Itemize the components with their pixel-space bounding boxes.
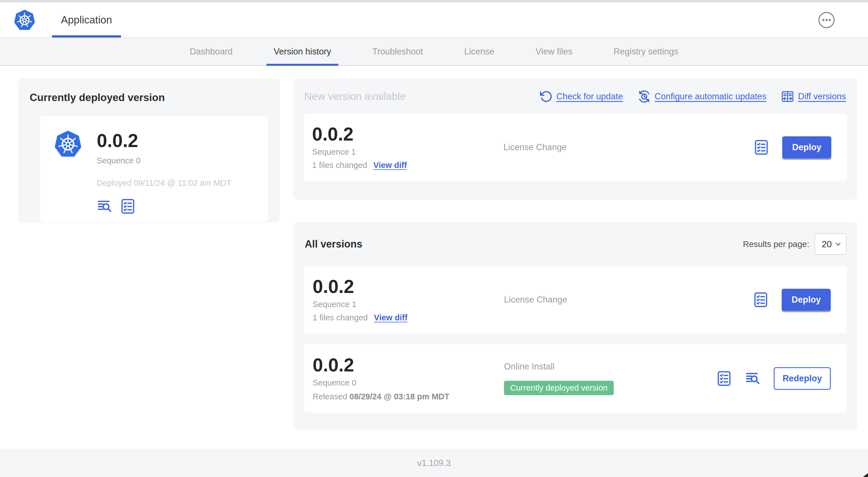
version-actions: Redeploy	[716, 367, 831, 390]
kubernetes-logo-icon	[13, 9, 36, 31]
right-column: New version available Check for update C…	[293, 78, 857, 429]
diff-icon	[781, 90, 794, 103]
version-row-sequence-0: 0.0.2 Sequence 0 Released 08/29/24 @ 03:…	[304, 344, 846, 413]
results-per-page-select[interactable]: 20	[814, 233, 846, 255]
app-footer: v1.109.3	[0, 449, 868, 477]
version-number: 0.0.2	[312, 125, 503, 143]
preflight-results-button[interactable]	[753, 140, 769, 155]
configure-automatic-updates-label[interactable]: Configure automatic updates	[655, 91, 767, 101]
tab-license[interactable]: License	[464, 38, 494, 65]
files-changed-label: 1 files changed	[312, 160, 367, 170]
current-sequence: Sequence 0	[97, 156, 231, 166]
clock-refresh-icon	[638, 90, 651, 103]
all-versions-title: All versions	[305, 238, 362, 250]
currently-deployed-card: 0.0.2 Sequence 0 Deployed 09/11/24 @ 11:…	[40, 116, 268, 222]
update-links: Check for update Configure automatic upd…	[539, 90, 846, 103]
preflight-checklist-icon	[753, 292, 769, 308]
release-notes: Online Install	[504, 362, 716, 372]
version-number: 0.0.2	[313, 356, 504, 374]
deploy-button[interactable]: Deploy	[782, 136, 831, 158]
new-version-title: New version available	[304, 91, 406, 102]
diff-versions-link[interactable]: Diff versions	[781, 90, 846, 103]
overflow-menu-button[interactable]	[818, 11, 835, 29]
version-sequence: Sequence 1	[313, 300, 504, 309]
current-version-number: 0.0.2	[97, 131, 231, 150]
main-content: Currently deployed version 0.0.2 Sequenc…	[0, 66, 868, 429]
tab-registry-settings[interactable]: Registry settings	[614, 38, 678, 65]
released-label: Released	[313, 392, 350, 401]
version-block: 0.0.2 Sequence 1 1 files changed View di…	[312, 125, 503, 170]
version-number: 0.0.2	[313, 277, 504, 296]
view-diff-link[interactable]: View diff	[373, 160, 407, 170]
preflight-checklist-icon	[120, 199, 136, 214]
results-per-page: Results per page: 20	[743, 233, 846, 255]
new-version-panel: New version available Check for update C…	[293, 78, 857, 200]
app-tab-active-indicator	[52, 35, 121, 37]
results-per-page-select-wrap: 20	[814, 233, 846, 255]
version-row-sequence-1: 0.0.2 Sequence 1 1 files changed View di…	[304, 266, 846, 333]
currently-deployed-panel: Currently deployed version 0.0.2 Sequenc…	[18, 78, 280, 223]
app-tab[interactable]: Application	[52, 2, 121, 37]
logs-icon	[745, 370, 761, 386]
currently-deployed-badge: Currently deployed version	[504, 381, 614, 395]
current-version-info: 0.0.2 Sequence 0 Deployed 09/11/24 @ 11:…	[97, 129, 231, 211]
version-sequence: Sequence 0	[313, 378, 504, 388]
results-per-page-label: Results per page:	[743, 239, 809, 249]
files-changed-row: 1 files changed View diff	[313, 313, 504, 322]
cursor-artifact	[863, 473, 868, 477]
app-tab-label: Application	[61, 14, 112, 26]
app-icon	[54, 129, 82, 158]
tab-view-files[interactable]: View files	[535, 38, 572, 65]
current-deployed-timestamp: Deployed 09/11/24 @ 11:02 am MDT	[97, 178, 231, 188]
console-version: v1.109.3	[417, 458, 451, 468]
view-diff-link[interactable]: View diff	[374, 313, 407, 322]
check-for-update-link[interactable]: Check for update	[539, 90, 623, 103]
new-version-header: New version available Check for update C…	[304, 90, 847, 103]
preflight-results-button[interactable]	[753, 292, 769, 308]
released-timestamp: Released 08/29/24 @ 03:18 pm MDT	[313, 392, 504, 401]
version-sequence: Sequence 1	[312, 147, 503, 157]
configure-automatic-updates-link[interactable]: Configure automatic updates	[638, 90, 767, 103]
preflight-checklist-icon	[716, 370, 732, 386]
logs-icon	[97, 199, 113, 214]
ellipsis-icon	[818, 11, 835, 29]
view-deploy-logs-button[interactable]	[97, 199, 113, 214]
release-notes: License Change	[504, 295, 753, 305]
deploy-button[interactable]: Deploy	[782, 289, 831, 311]
version-actions: Deploy	[753, 136, 831, 158]
version-actions: Deploy	[753, 289, 831, 311]
files-changed-row: 1 files changed View diff	[312, 160, 503, 170]
current-version-actions	[97, 199, 231, 214]
view-deploy-logs-button[interactable]	[745, 370, 761, 386]
all-versions-header: All versions Results per page: 20	[304, 233, 846, 255]
all-versions-panel: All versions Results per page: 20 0.0.2 …	[293, 222, 857, 429]
currently-deployed-title: Currently deployed version	[30, 92, 268, 103]
release-notes: License Change	[503, 142, 753, 152]
tab-dashboard[interactable]: Dashboard	[190, 38, 232, 65]
app-header: Application	[0, 2, 868, 37]
preflight-results-button[interactable]	[120, 199, 136, 214]
top-strip	[0, 0, 868, 2]
left-column: Currently deployed version 0.0.2 Sequenc…	[18, 78, 280, 223]
new-version-card: 0.0.2 Sequence 1 1 files changed View di…	[304, 114, 847, 181]
tab-troubleshoot[interactable]: Troubleshoot	[372, 38, 423, 65]
version-block: 0.0.2 Sequence 1 1 files changed View di…	[313, 277, 504, 322]
release-notes-zone: Online Install Currently deployed versio…	[504, 362, 716, 395]
preflight-results-button[interactable]	[716, 370, 732, 386]
files-changed-label: 1 files changed	[313, 313, 368, 322]
diff-versions-label[interactable]: Diff versions	[798, 91, 846, 101]
version-block: 0.0.2 Sequence 0 Released 08/29/24 @ 03:…	[313, 356, 504, 401]
check-for-update-label[interactable]: Check for update	[556, 91, 623, 101]
refresh-icon	[539, 90, 553, 103]
preflight-checklist-icon	[753, 140, 769, 155]
page-tabs: Dashboard Version history Troubleshoot L…	[0, 37, 868, 66]
redeploy-button[interactable]: Redeploy	[774, 367, 831, 390]
tab-version-history[interactable]: Version history	[274, 38, 331, 65]
released-date: 08/29/24 @ 03:18 pm MDT	[350, 392, 450, 401]
